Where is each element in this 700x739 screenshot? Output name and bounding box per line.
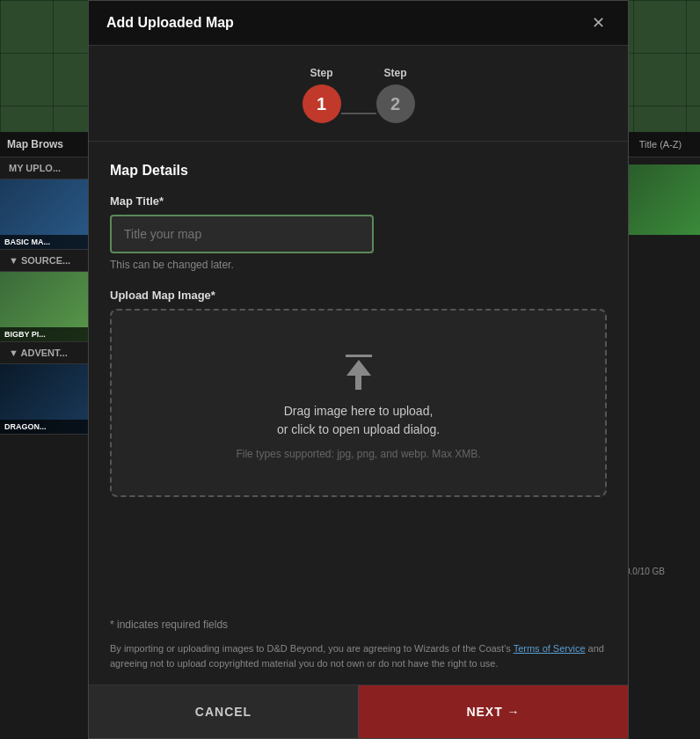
- add-uploaded-map-modal: Add Uploaded Map ✕ Step 1 Step 2 Map Det…: [88, 0, 629, 739]
- required-fields-note: * indicates required fields: [110, 618, 607, 631]
- step-1-item: Step 1: [303, 67, 341, 123]
- upload-icon: [346, 355, 372, 390]
- map-title-input[interactable]: [110, 215, 374, 253]
- sidebar-item-basic-maps: BASIC MA...: [0, 235, 92, 249]
- step-1-label: Step: [310, 67, 332, 79]
- map-title-hint: This can be changed later.: [110, 259, 607, 271]
- cancel-button[interactable]: CANCEL: [89, 685, 359, 738]
- map-title-label: Map Title*: [110, 194, 607, 208]
- storage-indicator: 0.0/10 GB: [621, 562, 700, 581]
- next-button[interactable]: NEXT →: [359, 685, 628, 738]
- terms-of-service-link[interactable]: Terms of Service: [514, 643, 586, 654]
- step-indicator: Step 1 Step 2: [89, 46, 628, 142]
- sidebar: Map Brows MY UPLO... BASIC MA... ▼ SOURC…: [0, 132, 92, 739]
- sort-header[interactable]: Title (A-Z): [621, 132, 700, 157]
- right-thumbnail: [621, 165, 700, 235]
- step-connector: [341, 113, 376, 114]
- sidebar-thumbnail-basic: BASIC MA...: [0, 179, 92, 250]
- modal-footer-buttons: CANCEL NEXT →: [89, 684, 628, 738]
- map-details-title: Map Details: [110, 163, 607, 179]
- right-panel: Title (A-Z) 0.0/10 GB: [621, 132, 700, 739]
- upload-drop-zone[interactable]: Drag image here to upload, or click to o…: [110, 309, 607, 497]
- step-2-label: Step: [383, 67, 406, 79]
- sidebar-header: Map Brows: [0, 132, 92, 157]
- sidebar-item-bigby: BIGBY PI...: [0, 327, 92, 341]
- sidebar-item-source[interactable]: ▼ SOURCE...: [0, 250, 92, 272]
- modal-close-button[interactable]: ✕: [587, 13, 610, 33]
- upload-drag-text: Drag image here to upload, or click to o…: [277, 402, 440, 439]
- upload-arrow-head: [346, 360, 371, 376]
- sidebar-thumbnail-bigby: BIGBY PI...: [0, 272, 92, 342]
- modal-header: Add Uploaded Map ✕: [89, 1, 628, 46]
- sidebar-item-my-uploads[interactable]: MY UPLO...: [0, 157, 92, 179]
- modal-footer-info: * indicates required fields By importing…: [89, 618, 628, 684]
- upload-file-types: File types supported: jpg, png, and webp…: [236, 448, 480, 460]
- upload-section-label: Upload Map Image*: [110, 289, 607, 302]
- step-2-circle: 2: [376, 84, 415, 123]
- sidebar-thumbnail-dragon: DRAGON...: [0, 364, 92, 435]
- modal-body: Map Details Map Title* This can be chang…: [89, 142, 628, 618]
- step-1-circle: 1: [303, 84, 341, 123]
- upload-icon-line: [346, 355, 372, 357]
- upload-arrow-stem: [355, 376, 361, 390]
- sidebar-item-adventure[interactable]: ▼ ADVENT...: [0, 342, 92, 364]
- terms-text: By importing or uploading images to D&D …: [110, 641, 607, 670]
- modal-title: Add Uploaded Map: [106, 15, 234, 31]
- sidebar-item-dragon: DRAGON...: [0, 420, 92, 434]
- step-2-item: Step 2: [376, 67, 415, 123]
